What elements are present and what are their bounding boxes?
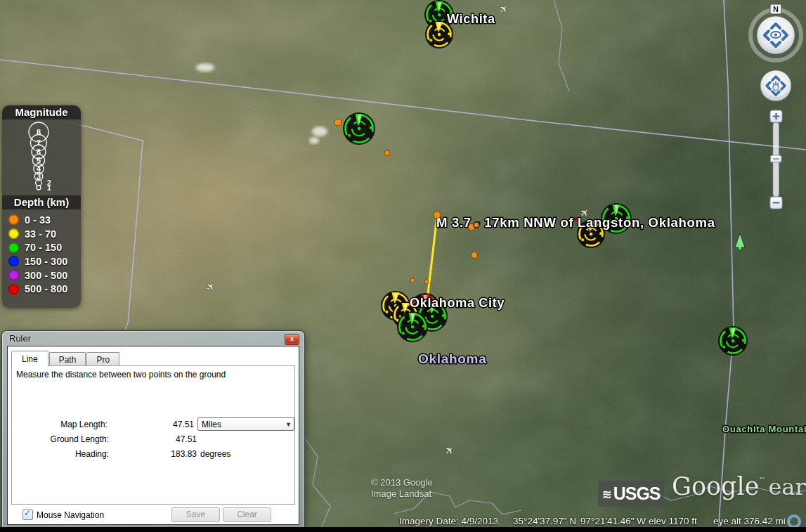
depth-legend-title: Depth (km): [2, 195, 81, 209]
tab-path[interactable]: Path: [49, 352, 86, 366]
google-earth-window: WichitaM 3.7 - 17km NNW of Langston, Okl…: [0, 0, 806, 532]
forest-tree-icon[interactable]: [735, 233, 745, 250]
state-border-line: [0, 60, 806, 150]
field-value: 47.51: [109, 434, 197, 444]
depth-range-label: 70 - 150: [25, 242, 62, 253]
north-label: N: [773, 5, 779, 13]
chevron-down-icon: ▼: [285, 421, 292, 428]
field-value: 47.51: [108, 420, 194, 429]
tab-pro[interactable]: Pro: [86, 352, 119, 366]
units-dropdown[interactable]: Miles▼: [197, 417, 294, 431]
ruler-form-row: Heading:183.83degrees: [12, 446, 294, 461]
cloud: [196, 63, 214, 72]
earthquake-legend-panel: Magnitude 87654321 Depth (km) 0 - 3333 -…: [2, 105, 81, 308]
ruler-dialog-title: Ruler: [9, 333, 31, 344]
airport-icon[interactable]: ✈: [496, 1, 512, 17]
magnitude-number: 3: [37, 172, 41, 181]
quake-dot-marker[interactable]: [334, 119, 342, 126]
depth-color-dot-icon: [8, 214, 19, 225]
quake-marker-green[interactable]: [718, 326, 748, 356]
quake-marker-green[interactable]: [397, 311, 428, 342]
ruler-tabs: LinePathPro: [11, 351, 120, 365]
imagery-date: Imagery Date: 4/9/2013: [399, 516, 498, 526]
airport-icon[interactable]: ✈: [203, 279, 219, 294]
quake-dot-marker[interactable]: [434, 212, 441, 219]
depth-range-label: 500 - 800: [25, 283, 67, 294]
ruler-measure-line-layer[interactable]: [427, 216, 437, 306]
depth-legend-row: 500 - 800: [2, 282, 81, 296]
quake-dot-marker[interactable]: [384, 150, 390, 156]
map-labels-layer: WichitaM 3.7 - 17km NNW of Langston, Okl…: [410, 12, 806, 434]
cloud: [312, 126, 327, 136]
move-joystick[interactable]: [760, 70, 791, 101]
small-quake-dots-layer: [334, 119, 578, 284]
depth-legend-row: 300 - 500: [2, 268, 81, 283]
eye-altitude-readout: eye alt 376.42 mi: [713, 516, 786, 526]
map-label: Wichita: [447, 12, 495, 26]
airport-icon[interactable]: ✈: [442, 443, 457, 458]
depth-color-dot-icon: [8, 256, 19, 266]
clear-button[interactable]: Clear: [223, 507, 271, 522]
quake-dot-marker[interactable]: [424, 280, 429, 284]
clouds-layer: [196, 63, 327, 144]
tab-line[interactable]: Line: [11, 351, 48, 366]
watermark-product: earth: [768, 474, 806, 500]
field-label: Map Length:: [12, 420, 108, 429]
depth-legend-row: 33 - 70: [2, 227, 81, 241]
quake-dot-marker[interactable]: [472, 252, 478, 259]
mouse-navigation-label: Mouse Navigation: [37, 510, 104, 520]
bottom-black-strip: [0, 527, 806, 532]
quake-dot-marker[interactable]: [410, 278, 415, 283]
quake-dot-marker[interactable]: [574, 217, 578, 221]
map-label: Ouachita Mountains: [722, 424, 806, 434]
cloud: [309, 137, 319, 144]
ruler-dialog-body: LinePathPro Measure the distance between…: [7, 346, 299, 525]
depth-range-label: 0 - 33: [25, 214, 51, 226]
quake-dot-marker[interactable]: [474, 222, 479, 228]
magnitude-number: 5: [37, 156, 41, 164]
ruler-bottom-bar: ✓ Mouse Navigation Save Clear: [8, 505, 299, 524]
depth-range-label: 33 - 70: [25, 228, 56, 240]
state-border-line: [718, 0, 734, 532]
depth-legend-row: 0 - 33: [2, 213, 81, 227]
depth-legend-row: 70 - 150: [2, 240, 81, 254]
watermark-tm: ™: [759, 476, 765, 484]
close-icon[interactable]: x: [285, 334, 299, 345]
north-indicator[interactable]: N: [770, 4, 781, 14]
magnitude-number: 1: [47, 183, 51, 192]
depth-color-dot-icon: [8, 284, 19, 294]
copyright-line1: © 2013 Google: [371, 477, 433, 488]
ruler-tab-page: Measure the distance between two points …: [11, 365, 295, 505]
units-dropdown-value: Miles: [202, 420, 221, 429]
field-label: Heading:: [12, 449, 109, 459]
depth-range-label: 150 - 300: [25, 256, 67, 267]
save-button[interactable]: Save: [171, 507, 220, 522]
boundary-squiggle-line: [554, 0, 569, 91]
look-joystick[interactable]: [750, 10, 801, 60]
quake-marker-green[interactable]: [343, 112, 375, 145]
field-unit: degrees: [200, 449, 230, 459]
longitude-readout: 97°21'41.46" W: [580, 516, 646, 526]
zoom-slider[interactable]: [770, 110, 782, 209]
earthquake-markers-layer: [343, 0, 748, 356]
field-value: 183.83degrees: [109, 449, 197, 459]
streaming-indicator-icon: [787, 514, 801, 528]
usgs-wave-icon: ≋: [602, 487, 611, 501]
ruler-form-row: Ground Length:47.51: [12, 432, 294, 446]
ruler-dialog[interactable]: Ruler x LinePathPro Measure the distance…: [1, 330, 305, 528]
ruler-form-row: Map Length:47.51Miles▼: [12, 417, 294, 432]
map-label: Oklahoma City: [410, 296, 505, 310]
magnitude-legend-title: Magnitude: [2, 105, 81, 119]
measure-line[interactable]: [427, 216, 437, 306]
field-label: Ground Length:: [12, 434, 109, 444]
boundary-squiggle-line: [302, 434, 330, 532]
usgs-logo: ≋ USGS: [598, 481, 664, 507]
usgs-logo-text: USGS: [613, 484, 661, 504]
map-copyright: © 2013 Google Image Landsat: [371, 477, 433, 500]
latitude-readout: 35°24'37.97" N: [513, 516, 576, 526]
ruler-description: Measure the distance between two points …: [12, 366, 294, 379]
depth-range-label: 300 - 500: [25, 270, 67, 281]
depth-legend-row: 150 - 300: [2, 254, 81, 268]
mouse-navigation-checkbox[interactable]: ✓: [22, 510, 33, 520]
depth-color-dot-icon: [8, 228, 19, 239]
